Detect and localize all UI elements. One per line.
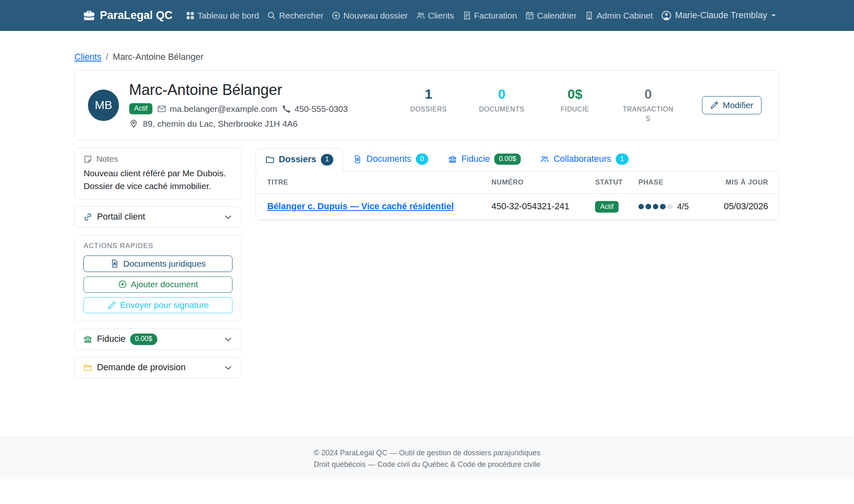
dossier-numero: 450-32-054321-241	[486, 194, 590, 220]
nav-item-nouveau-dossier[interactable]: Nouveau dossier	[332, 11, 408, 21]
plus-circle-icon	[332, 11, 340, 20]
dossier-link[interactable]: Bélanger c. Dupuis — Vice caché résident…	[267, 201, 454, 211]
dossier-updated-date: 05/03/2026	[715, 194, 779, 220]
quick-actions-panel: ACTIONS RAPIDES Documents juridiques Ajo…	[74, 235, 242, 322]
nav-item-facturation[interactable]: Facturation	[463, 11, 517, 21]
legal-documents-button[interactable]: Documents juridiques	[83, 256, 232, 272]
quick-actions-title: ACTIONS RAPIDES	[83, 242, 232, 250]
tab-badge: 1	[616, 154, 629, 165]
stat-transactions: 0 TRANSACTIONS	[615, 87, 681, 123]
breadcrumb: Clients / Marc-Antoine Bélanger	[74, 52, 780, 62]
tab-badge: 0	[416, 154, 429, 165]
nav-item-rechercher[interactable]: Rechercher	[267, 11, 323, 21]
dossier-status-badge: Actif	[595, 201, 619, 213]
edit-client-button[interactable]: Modifier	[702, 96, 761, 115]
receipt-icon	[463, 11, 471, 20]
notes-title: Notes	[96, 154, 118, 164]
page: ParaLegal QC Tableau de bord Rechercher …	[0, 0, 854, 504]
main-content: Dossiers 1 Documents 0 Fiducie 0.00$	[256, 147, 780, 220]
add-document-button[interactable]: Ajouter document	[83, 277, 232, 293]
tab-dossiers[interactable]: Dossiers 1	[256, 148, 343, 171]
dossiers-table: TITRE NUMÉRO STATUT PHASE MIS À JOUR Bél…	[256, 171, 779, 220]
breadcrumb-separator: /	[106, 52, 108, 62]
send-for-signature-button[interactable]: Envoyer pour signature	[83, 297, 232, 313]
envelope-icon	[157, 104, 166, 113]
phase-dot	[667, 204, 673, 209]
folder-icon	[266, 155, 274, 164]
header-phase: PHASE	[633, 171, 715, 194]
table-header-row: TITRE NUMÉRO STATUT PHASE MIS À JOUR	[256, 171, 779, 194]
grid-icon	[186, 11, 195, 20]
user-name: Marie-Claude Tremblay	[675, 10, 767, 21]
nav-item-tableau-de-bord[interactable]: Tableau de bord	[186, 11, 259, 21]
fiducie-amount-badge: 0.00$	[130, 334, 157, 345]
chevron-down-icon	[224, 335, 232, 343]
tab-bar: Dossiers 1 Documents 0 Fiducie 0.00$	[256, 147, 780, 170]
nav-item-clients[interactable]: Clients	[416, 11, 454, 21]
footer-line-1: © 2024 ParaLegal QC — Outil de gestion d…	[0, 448, 854, 458]
table-row: Bélanger c. Dupuis — Vice caché résident…	[256, 194, 779, 220]
nav-item-calendrier[interactable]: Calendrier	[525, 11, 576, 21]
plus-circle-icon	[118, 280, 127, 289]
phase-dot	[645, 204, 651, 209]
brand-link[interactable]: ParaLegal QC	[83, 9, 172, 22]
header-numero: NUMÉRO	[486, 171, 590, 194]
person-circle-icon	[661, 10, 672, 21]
breadcrumb-current: Marc-Antoine Bélanger	[113, 52, 204, 62]
client-phone: 450-555-0303	[282, 104, 348, 114]
phase-progress: 4/5	[638, 202, 709, 211]
footer-line-2: Droit québécois — Code civil du Québec &…	[0, 459, 854, 469]
client-stats: 1 DOSSIERS 0 DOCUMENTS 0$ FIDUCIE 0 TRAN…	[396, 87, 681, 123]
dossiers-table-card: TITRE NUMÉRO STATUT PHASE MIS À JOUR Bél…	[256, 171, 780, 221]
provision-accordion[interactable]: Demande de provision	[74, 357, 242, 378]
chevron-down-icon	[224, 213, 232, 221]
phase-dot	[653, 204, 658, 209]
caret-down-icon	[771, 12, 777, 19]
phone-icon	[282, 104, 291, 113]
bank-icon	[83, 335, 92, 343]
notes-panel: Notes Nouveau client référé par Me Duboi…	[74, 147, 242, 199]
tab-fiducie[interactable]: Fiducie 0.00$	[438, 147, 530, 170]
pen-icon	[107, 301, 116, 310]
client-name: Marc-Antoine Bélanger	[129, 82, 348, 98]
header-mis-a-jour: MIS À JOUR	[715, 171, 779, 194]
phase-dots	[638, 204, 673, 209]
document-icon	[353, 155, 362, 163]
building-icon	[585, 11, 593, 20]
bank-icon	[448, 155, 457, 163]
sidebar: Notes Nouveau client référé par Me Duboi…	[74, 147, 242, 385]
briefcase-icon	[83, 9, 95, 22]
pencil-icon	[710, 101, 719, 109]
document-icon	[110, 259, 119, 268]
link-icon	[83, 213, 92, 221]
header-statut: STATUT	[590, 171, 633, 194]
client-address: 89, chemin du Lac, Sherbrooke J1H 4A6	[129, 119, 348, 129]
notes-body: Nouveau client référé par Me Dubois. Dos…	[83, 167, 232, 192]
breadcrumb-clients-link[interactable]: Clients	[74, 52, 102, 62]
footer: © 2024 ParaLegal QC — Outil de gestion d…	[0, 437, 854, 479]
search-icon	[267, 11, 276, 20]
portal-accordion[interactable]: Portail client	[74, 206, 242, 227]
user-menu[interactable]: Marie-Claude Tremblay	[661, 10, 776, 21]
tab-collaborateurs[interactable]: Collaborateurs 1	[530, 147, 638, 170]
geo-pin-icon	[129, 119, 138, 128]
fiducie-accordion[interactable]: Fiducie 0.00$	[74, 329, 242, 350]
phase-dot	[660, 204, 665, 209]
top-navbar: ParaLegal QC Tableau de bord Rechercher …	[0, 0, 854, 31]
header-titre: TITRE	[256, 171, 486, 194]
avatar: MB	[88, 90, 119, 121]
tab-badge: 0.00$	[494, 154, 520, 165]
tab-documents[interactable]: Documents 0	[343, 147, 438, 170]
stat-documents: 0 DOCUMENTS	[469, 87, 534, 123]
phase-label: 4/5	[677, 202, 689, 211]
status-badge: Actif	[129, 103, 153, 115]
note-icon	[83, 155, 92, 163]
people-icon	[540, 155, 549, 163]
nav-item-admin-cabinet[interactable]: Admin Cabinet	[585, 11, 653, 21]
phase-dot	[638, 204, 644, 209]
people-icon	[416, 11, 425, 20]
tab-badge: 1	[321, 154, 334, 166]
chevron-down-icon	[224, 363, 232, 372]
brand-label: ParaLegal QC	[100, 9, 173, 22]
client-header-card: MB Marc-Antoine Bélanger Actif ma.belang…	[74, 70, 780, 140]
